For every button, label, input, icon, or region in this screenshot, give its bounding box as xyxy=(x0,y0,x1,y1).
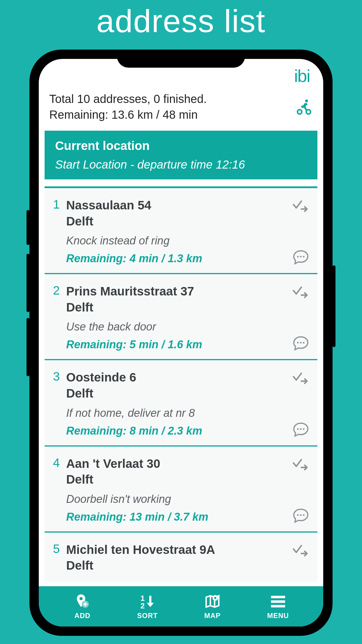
svg-point-0 xyxy=(305,99,308,102)
current-location-title: Current location xyxy=(55,139,307,153)
check-arrow-icon[interactable] xyxy=(292,372,309,386)
address-note: Use the back door xyxy=(66,321,286,333)
map-icon xyxy=(203,593,222,610)
page-title: address list xyxy=(0,0,362,39)
check-arrow-icon[interactable] xyxy=(292,286,309,300)
address-remaining: Remaining: 13 min / 3.7 km xyxy=(66,511,286,523)
check-arrow-icon[interactable] xyxy=(292,544,309,558)
bottom-nav: ADD 1 2 SORT MAP xyxy=(39,586,323,626)
address-city: Delft xyxy=(66,558,286,574)
menu-icon xyxy=(269,593,287,610)
nav-menu[interactable]: MENU xyxy=(267,593,289,620)
address-street: Michiel ten Hovestraat 9A xyxy=(66,542,286,558)
summary-line2: Remaining: 13.6 km / 48 min xyxy=(49,107,207,123)
phone-notch xyxy=(117,50,245,68)
nav-menu-label: MENU xyxy=(267,612,289,620)
phone-frame: ibi Total 10 addresses, 0 finished. Rema… xyxy=(29,50,333,636)
svg-rect-21 xyxy=(271,596,285,598)
cyclist-icon[interactable] xyxy=(295,98,313,116)
address-actions xyxy=(292,197,309,265)
address-item[interactable]: 5 Michiel ten Hovestraat 9A Delft xyxy=(45,531,317,582)
nav-add-label: ADD xyxy=(74,612,90,620)
svg-point-13 xyxy=(300,514,302,516)
address-street: Aan 't Verlaat 30 xyxy=(66,456,286,472)
address-item[interactable]: 2 Prins Mauritsstraat 37 Delft Use the b… xyxy=(45,273,317,359)
svg-text:2: 2 xyxy=(140,601,145,610)
address-note: If not home, deliver at nr 8 xyxy=(66,407,286,419)
chat-icon[interactable] xyxy=(292,250,309,265)
svg-rect-23 xyxy=(271,605,285,607)
address-list: 1 Nassaulaan 54 Delft Knock instead of r… xyxy=(39,179,323,586)
add-pin-icon xyxy=(73,593,92,610)
svg-rect-22 xyxy=(271,600,285,603)
svg-point-6 xyxy=(297,342,299,344)
svg-point-15 xyxy=(79,597,82,600)
address-item[interactable]: 4 Aan 't Verlaat 30 Delft Doorbell isn't… xyxy=(45,445,317,531)
nav-map[interactable]: MAP xyxy=(203,593,222,620)
nav-map-label: MAP xyxy=(204,612,221,620)
chat-icon[interactable] xyxy=(292,508,309,523)
svg-point-20 xyxy=(214,597,216,599)
address-number: 1 xyxy=(52,197,60,265)
svg-point-9 xyxy=(297,428,299,430)
chat-icon[interactable] xyxy=(292,336,309,351)
svg-point-2 xyxy=(306,110,311,114)
address-number: 2 xyxy=(52,284,60,351)
svg-point-3 xyxy=(297,256,299,258)
svg-point-11 xyxy=(303,428,305,430)
svg-point-5 xyxy=(303,256,305,258)
svg-point-8 xyxy=(303,342,305,344)
svg-point-12 xyxy=(297,514,299,516)
address-note: Doorbell isn't working xyxy=(66,493,286,505)
svg-point-10 xyxy=(300,428,302,430)
address-number: 3 xyxy=(52,370,60,437)
app-screen: ibi Total 10 addresses, 0 finished. Rema… xyxy=(39,59,323,626)
check-arrow-icon[interactable] xyxy=(292,200,309,214)
chat-icon[interactable] xyxy=(292,422,309,437)
address-city: Delft xyxy=(66,300,286,316)
address-street: Prins Mauritsstraat 37 xyxy=(66,284,286,300)
current-location-card[interactable]: Current location Start Location - depart… xyxy=(45,131,317,179)
address-actions xyxy=(292,542,309,574)
svg-point-14 xyxy=(303,514,305,516)
nav-sort[interactable]: 1 2 SORT xyxy=(137,593,158,620)
address-item[interactable]: 1 Nassaulaan 54 Delft Knock instead of r… xyxy=(45,188,317,273)
address-remaining: Remaining: 8 min / 2.3 km xyxy=(66,425,286,437)
sort-icon: 1 2 xyxy=(138,593,157,610)
app-logo: ibi xyxy=(294,66,310,86)
nav-add[interactable]: ADD xyxy=(73,593,92,620)
svg-point-7 xyxy=(300,342,302,344)
address-number: 5 xyxy=(52,542,60,574)
address-city: Delft xyxy=(66,472,286,488)
address-city: Delft xyxy=(66,386,286,402)
svg-point-1 xyxy=(298,110,302,114)
address-actions xyxy=(292,284,309,351)
nav-sort-label: SORT xyxy=(137,612,158,620)
svg-text:1: 1 xyxy=(140,594,145,603)
address-street: Nassaulaan 54 xyxy=(66,197,286,214)
address-actions xyxy=(292,370,309,437)
check-arrow-icon[interactable] xyxy=(292,458,309,472)
summary-text: Total 10 addresses, 0 finished. Remainin… xyxy=(49,91,207,123)
address-city: Delft xyxy=(66,214,286,230)
svg-point-4 xyxy=(300,256,302,258)
address-number: 4 xyxy=(52,456,60,523)
address-remaining: Remaining: 5 min / 1.6 km xyxy=(66,338,286,351)
address-item[interactable]: 3 Oosteinde 6 Delft If not home, deliver… xyxy=(45,359,317,445)
summary-row: Total 10 addresses, 0 finished. Remainin… xyxy=(39,91,323,131)
summary-line1: Total 10 addresses, 0 finished. xyxy=(49,91,207,107)
current-location-subtitle: Start Location - departure time 12:16 xyxy=(55,158,307,171)
address-remaining: Remaining: 4 min / 1.3 km xyxy=(66,252,286,265)
address-note: Knock instead of ring xyxy=(66,235,286,247)
address-actions xyxy=(292,456,309,523)
address-street: Oosteinde 6 xyxy=(66,370,286,386)
